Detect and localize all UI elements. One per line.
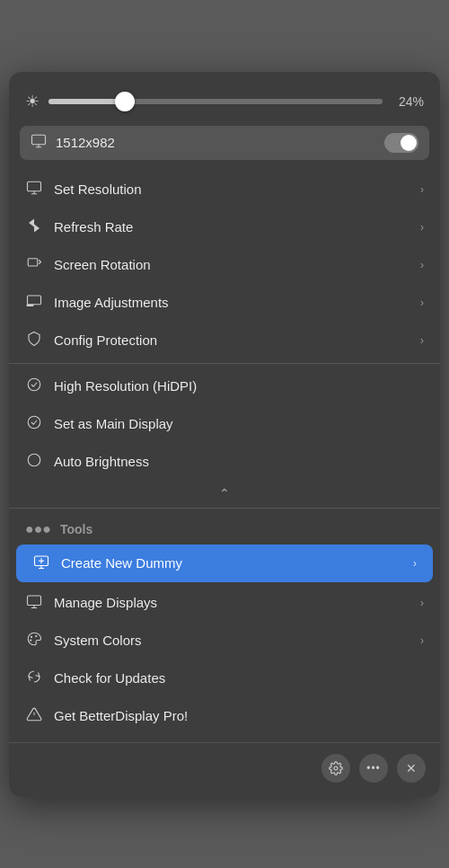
chevron-icon: › [413,557,417,570]
svg-rect-10 [27,304,34,306]
check-icon-auto-brightness [25,452,43,472]
check-icon-high-resolution [25,376,43,396]
resolution-toggle[interactable] [384,133,418,153]
system-colors-label: System Colors [54,633,409,648]
menu-item-set-resolution[interactable]: Set Resolution › [9,171,440,208]
chevron-icon: › [420,259,424,271]
svg-rect-8 [28,258,38,265]
screen-rotation-label: Screen Rotation [54,257,409,272]
high-resolution-label: High Resolution (HiDPI) [54,378,424,394]
brightness-slider[interactable] [48,99,383,104]
svg-point-11 [28,378,40,391]
set-resolution-label: Set Resolution [54,182,409,197]
chevron-icon: › [420,183,424,196]
create-dummy-icon [32,554,50,573]
brightness-row: ☀ 24% [9,86,440,120]
more-button[interactable]: ••• [359,754,388,783]
svg-point-13 [28,454,40,466]
bottom-toolbar: ••• ✕ [9,742,440,786]
chevron-icon: › [420,597,424,609]
create-new-dummy-label: Create New Dummy [61,555,402,571]
monitor-small-icon [31,133,47,153]
settings-button[interactable] [321,754,350,783]
menu-item-auto-brightness[interactable]: Auto Brightness [9,443,440,481]
svg-rect-19 [28,596,41,606]
collapse-row[interactable]: ⌃ [9,481,440,504]
svg-point-12 [28,416,40,429]
svg-marker-7 [34,224,40,232]
menu-item-image-adjustments[interactable]: Image Adjustments › [9,284,440,322]
set-main-display-label: Set as Main Display [54,416,424,431]
brightness-value: 24% [392,94,424,109]
svg-rect-9 [28,296,41,305]
svg-point-22 [31,635,32,637]
check-icon-main-display [25,414,43,434]
menu-item-high-resolution[interactable]: High Resolution (HiDPI) [9,368,440,405]
collapse-chevron-icon: ⌃ [219,486,230,500]
resolution-label: 1512x982 [56,135,375,150]
main-panel: ☀ 24% 1512x982 [9,72,440,797]
set-resolution-icon [25,180,43,199]
check-updates-label: Check for Updates [54,670,424,686]
image-adjustments-label: Image Adjustments [54,295,409,310]
config-protection-label: Config Protection [54,332,409,348]
svg-rect-0 [32,135,46,145]
checked-items-section: High Resolution (HiDPI) Set as Main Disp… [9,368,440,481]
svg-point-24 [30,639,31,641]
more-dots-icon: ••• [366,762,381,775]
menu-item-manage-displays[interactable]: Manage Displays › [9,584,440,622]
menu-item-config-protection[interactable]: Config Protection › [9,322,440,359]
divider-1 [9,363,440,364]
chevron-icon: › [420,634,424,647]
manage-displays-icon [25,593,43,613]
tools-header-label: Tools [60,522,92,536]
check-updates-icon [25,669,43,688]
tools-section: Create New Dummy › Manage Displays › [9,545,440,735]
refresh-rate-icon [25,217,43,237]
svg-rect-3 [28,182,41,191]
brightness-icon: ☀ [25,92,40,111]
top-menu-section: Set Resolution › Refresh Rate › Screen R… [9,171,440,359]
menu-item-check-updates[interactable]: Check for Updates [9,660,440,697]
tools-section-header: ●●● Tools [9,512,440,543]
refresh-rate-label: Refresh Rate [54,219,409,235]
screen-rotation-icon [25,255,43,275]
menu-item-screen-rotation[interactable]: Screen Rotation › [9,246,440,284]
chevron-icon: › [420,297,424,309]
menu-item-refresh-rate[interactable]: Refresh Rate › [9,208,440,246]
auto-brightness-label: Auto Brightness [54,454,424,469]
divider-2 [9,508,440,509]
resolution-row[interactable]: 1512x982 [20,126,429,160]
menu-item-system-colors[interactable]: System Colors › [9,622,440,660]
menu-item-create-new-dummy[interactable]: Create New Dummy › [16,545,433,582]
menu-item-set-main-display[interactable]: Set as Main Display [9,405,440,443]
get-pro-icon [25,706,43,726]
svg-point-23 [35,634,37,636]
config-protection-icon [25,331,43,350]
get-pro-label: Get BetterDisplay Pro! [54,708,424,723]
image-adjustments-icon [25,293,43,313]
close-icon: ✕ [406,761,417,775]
menu-item-get-pro[interactable]: Get BetterDisplay Pro! [9,697,440,735]
tools-dots-icon: ●●● [25,521,51,537]
svg-marker-6 [29,218,34,226]
chevron-icon: › [420,334,424,347]
close-button[interactable]: ✕ [397,754,426,783]
system-colors-icon [25,631,43,651]
manage-displays-label: Manage Displays [54,595,409,610]
chevron-icon: › [420,221,424,234]
svg-point-27 [334,766,338,770]
